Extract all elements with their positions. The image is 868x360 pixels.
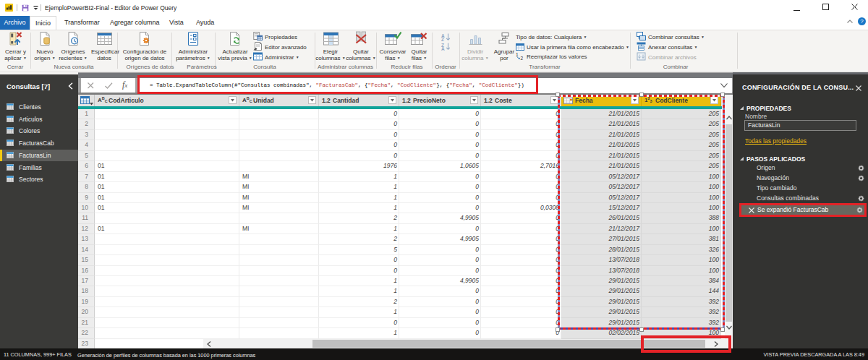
svg-text:A: A: [441, 46, 445, 51]
svg-text:1: 1: [516, 52, 519, 57]
svg-text:2: 2: [521, 56, 524, 60]
svg-text:Z: Z: [441, 37, 444, 42]
